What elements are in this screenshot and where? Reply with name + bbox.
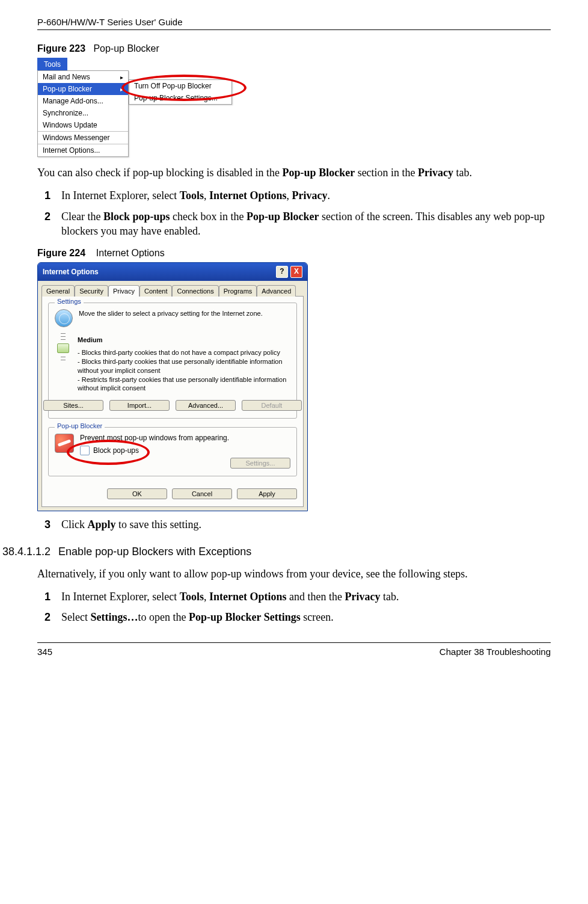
text: You can also check if pop-up blocking is… xyxy=(37,167,283,179)
steps-list-1: 1 In Internet Explorer, select Tools, In… xyxy=(37,188,551,238)
ok-button[interactable]: OK xyxy=(107,488,167,499)
tab-general[interactable]: General xyxy=(41,285,75,297)
close-button[interactable]: X xyxy=(290,266,302,278)
slider-thumb-icon[interactable] xyxy=(57,343,69,353)
tab-strip: General Security Privacy Content Connect… xyxy=(38,281,307,296)
step-number: 1 xyxy=(44,589,51,604)
menu-synchronize[interactable]: Synchronize... xyxy=(38,107,128,119)
fig223-num: Figure 223 xyxy=(37,43,85,54)
text: to save this setting. xyxy=(116,518,202,530)
step-number: 2 xyxy=(44,610,51,624)
menu-manage-addons[interactable]: Manage Add-ons... xyxy=(38,95,128,107)
apply-button[interactable]: Apply xyxy=(237,488,297,499)
page-number: 345 xyxy=(37,647,52,657)
text: section in the xyxy=(355,167,418,179)
paragraph-alt: Alternatively, if you only want to allow… xyxy=(37,567,551,581)
tools-tab[interactable]: Tools xyxy=(37,58,67,70)
block-popups-label: Block pop-ups xyxy=(93,446,139,455)
cancel-button[interactable]: Cancel xyxy=(172,488,232,499)
menu-label: Mail and News xyxy=(43,73,90,81)
text-bold: Privacy xyxy=(345,591,381,603)
submenu-turn-off[interactable]: Turn Off Pop-up Blocker xyxy=(129,80,231,92)
text: In Internet Explorer, select xyxy=(61,189,180,201)
globe-icon xyxy=(55,309,73,327)
text-bold: Settings… xyxy=(90,611,138,623)
popup-settings-button[interactable]: Settings... xyxy=(230,458,290,469)
text-bold: Block pop-ups xyxy=(103,211,170,223)
submenu-settings[interactable]: Pop-up Blocker Settings... xyxy=(129,92,231,104)
tab-advanced[interactable]: Advanced xyxy=(257,285,296,297)
fig223-graphic: Tools Mail and News ▸ Pop-up Blocker ▸ M… xyxy=(37,58,230,157)
step-2b: 2 Select Settings…to open the Pop-up Blo… xyxy=(61,610,551,624)
step-number: 3 xyxy=(44,517,51,532)
tools-menu: Mail and News ▸ Pop-up Blocker ▸ Manage … xyxy=(37,70,129,157)
text-bold: Internet Options xyxy=(209,591,287,603)
submenu-arrow-icon: ▸ xyxy=(120,86,123,93)
tab-connections[interactable]: Connections xyxy=(172,285,218,297)
text: In Internet Explorer, select xyxy=(61,591,180,603)
privacy-bullet: - Restricts first-party cookies that use… xyxy=(78,375,290,393)
text: screen. xyxy=(301,611,334,623)
default-button[interactable]: Default xyxy=(242,400,302,411)
section-number: 38.4.1.1.2 xyxy=(2,546,51,558)
section-heading: 38.4.1.1.2 Enable pop-up Blockers with E… xyxy=(2,546,551,558)
text: Select xyxy=(61,611,90,623)
dialog-titlebar: Internet Options ? X xyxy=(38,263,307,281)
text: tab. xyxy=(453,167,472,179)
text: , xyxy=(287,189,292,201)
dialog-button-row: OK Cancel Apply xyxy=(48,485,297,499)
tab-programs[interactable]: Programs xyxy=(219,285,257,297)
privacy-bullet: - Blocks third-party cookies that do not… xyxy=(78,348,290,357)
menu-internet-options[interactable]: Internet Options... xyxy=(38,144,128,156)
menu-label: Manage Add-ons... xyxy=(43,97,103,105)
import-button[interactable]: Import... xyxy=(109,400,170,411)
tab-content[interactable]: Content xyxy=(139,285,173,297)
fig224-num: Figure 224 xyxy=(37,248,85,258)
block-popups-checkbox[interactable] xyxy=(80,446,90,455)
fig224-caption: Figure 224 Internet Options xyxy=(37,248,551,259)
text-bold: Pop-up Blocker Settings xyxy=(189,611,301,623)
submenu-label: Pop-up Blocker Settings... xyxy=(134,94,218,102)
help-button[interactable]: ? xyxy=(276,266,288,278)
text-bold: Tools xyxy=(180,189,204,201)
tab-privacy[interactable]: Privacy xyxy=(108,285,139,297)
text-bold: Pop-up Blocker xyxy=(283,167,355,179)
footer: 345 Chapter 38 Troubleshooting xyxy=(37,642,551,657)
settings-intro: Move the slider to select a privacy sett… xyxy=(79,309,263,327)
text: . xyxy=(328,189,331,201)
tab-panel: Settings Move the slider to select a pri… xyxy=(41,296,304,507)
step-2: 2 Clear the Block pop-ups check box in t… xyxy=(61,209,551,239)
submenu-arrow-icon: ▸ xyxy=(120,74,123,81)
privacy-level: Medium xyxy=(78,336,290,345)
chapter-label: Chapter 38 Troubleshooting xyxy=(439,647,551,657)
menu-label: Windows Messenger xyxy=(43,134,109,142)
advanced-button[interactable]: Advanced... xyxy=(176,400,236,411)
menu-windows-update[interactable]: Windows Update xyxy=(38,119,128,131)
text: tab. xyxy=(381,591,399,603)
step-number: 2 xyxy=(44,209,51,224)
step-3: 3 Click Apply to save this setting. xyxy=(61,517,551,532)
menu-label: Synchronize... xyxy=(43,109,88,117)
group-title-settings: Settings xyxy=(55,298,84,305)
sites-button[interactable]: Sites... xyxy=(43,400,103,411)
text: Clear the xyxy=(61,211,103,223)
privacy-slider[interactable] xyxy=(55,332,72,393)
menu-label: Internet Options... xyxy=(43,146,100,155)
text-bold: Privacy xyxy=(292,189,328,201)
fig224-text: Internet Options xyxy=(96,248,165,258)
menu-popup-blocker[interactable]: Pop-up Blocker ▸ xyxy=(38,83,128,95)
text: , xyxy=(204,591,209,603)
shield-block-icon xyxy=(55,434,74,453)
menu-windows-messenger[interactable]: Windows Messenger xyxy=(38,131,128,144)
group-title-popup: Pop-up Blocker xyxy=(55,422,105,429)
tab-security[interactable]: Security xyxy=(75,285,108,297)
text: check box in the xyxy=(170,211,247,223)
text-bold: Tools xyxy=(180,591,204,603)
header-title: P-660H/HW/W-T Series User' Guide xyxy=(37,17,551,30)
text: to open the xyxy=(138,611,189,623)
popup-submenu: Turn Off Pop-up Blocker Pop-up Blocker S… xyxy=(129,79,232,105)
text-bold: Internet Options xyxy=(209,189,287,201)
menu-mail-and-news[interactable]: Mail and News ▸ xyxy=(38,71,128,83)
popup-intro: Prevent most pop-up windows from appeari… xyxy=(80,434,290,442)
menu-label: Pop-up Blocker xyxy=(43,85,92,93)
